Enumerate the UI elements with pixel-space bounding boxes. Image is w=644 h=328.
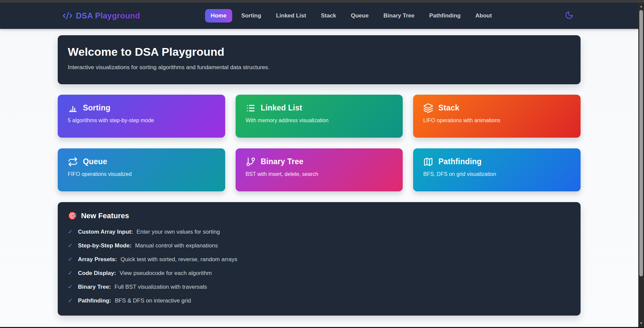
list-item: ✓ Array Presets: Quick test with sorted,… (68, 256, 571, 263)
feature-text: View pseudocode for each algorithm (119, 270, 212, 276)
card-title: Queue (83, 157, 107, 166)
bar-chart-icon (68, 103, 78, 113)
card-queue[interactable]: Queue FIFO operations visualized (58, 148, 225, 191)
feature-label: Binary Tree: (78, 284, 111, 290)
map-icon (423, 157, 433, 167)
brand-logo[interactable]: DSA Playground (62, 11, 140, 21)
list-item: ✓ Custom Array Input: Enter your own val… (68, 228, 571, 235)
new-features-list: ✓ Custom Array Input: Enter your own val… (68, 228, 571, 304)
vertical-scrollbar[interactable]: ▲ ▼ (638, 3, 644, 327)
navbar-inner: DSA Playground Home Sorting Linked List … (58, 3, 581, 29)
card-head: Linked List (246, 103, 393, 113)
list-item: ✓ Step-by-Step Mode: Manual control with… (68, 242, 571, 249)
card-head: Queue (68, 157, 215, 167)
window-top-bar (0, 0, 644, 3)
nav-item-linked-list[interactable]: Linked List (270, 9, 312, 22)
card-title: Binary Tree (261, 157, 304, 166)
feature-text: BFS & DFS on interactive grid (115, 297, 191, 304)
feature-text: Enter your own values for sorting (137, 229, 220, 235)
feature-label: Code Display: (78, 270, 116, 276)
page-title: Welcome to DSA Playground (68, 45, 571, 59)
card-title: Pathfinding (438, 157, 482, 166)
list-item: ✓ Code Display: View pseudocode for each… (68, 270, 571, 277)
main-content: Welcome to DSA Playground Interactive vi… (58, 35, 581, 316)
feature-text: Full BST visualization with traversals (114, 284, 207, 290)
check-icon: ✓ (68, 228, 72, 235)
card-title: Sorting (83, 103, 110, 112)
nav-item-pathfinding[interactable]: Pathfinding (424, 9, 466, 22)
card-title: Linked List (261, 103, 302, 112)
page-subtitle: Interactive visualizations for sorting a… (68, 63, 571, 72)
moon-icon (565, 11, 574, 21)
card-title: Stack (438, 103, 459, 112)
check-icon: ✓ (68, 270, 72, 277)
card-subtitle: LIFO operations with animations (423, 118, 571, 124)
scroll-up-arrow-icon[interactable]: ▲ (638, 4, 644, 9)
layers-icon (423, 103, 433, 113)
list-item: ✓ Pathfinding: BFS & DFS on interactive … (68, 297, 571, 304)
navbar: DSA Playground Home Sorting Linked List … (0, 3, 638, 29)
card-stack[interactable]: Stack LIFO operations with animations (413, 95, 581, 138)
target-emoji-icon: 🎯 (68, 212, 77, 220)
feature-label: Custom Array Input: (78, 229, 133, 235)
check-icon: ✓ (68, 256, 72, 263)
app-screen: DSA Playground Home Sorting Linked List … (0, 0, 644, 328)
card-subtitle: BFS, DFS on grid visualization (423, 171, 571, 177)
card-subtitle: 5 algorithms with step-by-step mode (68, 118, 215, 124)
nav-item-binary-tree[interactable]: Binary Tree (378, 9, 420, 22)
code-icon (62, 11, 72, 21)
check-icon: ✓ (68, 297, 72, 304)
card-binary-tree[interactable]: Binary Tree BST with insert, delete, sea… (236, 148, 403, 191)
card-subtitle: BST with insert, delete, search (246, 171, 393, 177)
card-subtitle: FIFO operations visualized (68, 171, 215, 177)
nav-item-stack[interactable]: Stack (315, 9, 342, 22)
nav-item-about[interactable]: About (470, 9, 498, 22)
scroll-down-arrow-icon[interactable]: ▼ (638, 321, 644, 326)
check-icon: ✓ (68, 283, 72, 290)
welcome-banner: Welcome to DSA Playground Interactive vi… (58, 35, 581, 84)
nav-links: Home Sorting Linked List Stack Queue Bin… (205, 9, 498, 22)
card-head: Binary Tree (246, 157, 393, 167)
git-branch-icon (246, 157, 256, 167)
nav-item-sorting[interactable]: Sorting (236, 9, 267, 22)
feature-text: Manual control with explanations (135, 242, 218, 249)
feature-label: Step-by-Step Mode: (78, 242, 132, 249)
new-features-header: 🎯 New Features (68, 212, 571, 220)
feature-label: Array Presets: (78, 256, 117, 263)
nav-item-home[interactable]: Home (205, 9, 232, 22)
theme-toggle-button[interactable] (562, 9, 576, 22)
feature-text: Quick test with sorted, reverse, random … (120, 256, 237, 263)
repeat-icon (68, 157, 78, 167)
feature-label: Pathfinding: (78, 297, 111, 304)
check-icon: ✓ (68, 242, 72, 249)
card-head: Sorting (68, 103, 215, 113)
brand-title: DSA Playground (76, 11, 140, 20)
new-features-panel: 🎯 New Features ✓ Custom Array Input: Ent… (58, 202, 581, 316)
nav-item-queue[interactable]: Queue (345, 9, 375, 22)
card-sorting[interactable]: Sorting 5 algorithms with step-by-step m… (58, 95, 225, 138)
card-linked-list[interactable]: Linked List With memory address visualiz… (236, 95, 403, 138)
card-head: Stack (423, 103, 571, 113)
card-head: Pathfinding (423, 157, 571, 167)
feature-card-grid: Sorting 5 algorithms with step-by-step m… (58, 95, 581, 191)
new-features-title: New Features (81, 212, 129, 220)
list-icon (246, 103, 256, 113)
card-pathfinding[interactable]: Pathfinding BFS, DFS on grid visualizati… (413, 148, 581, 191)
scrollbar-thumb[interactable] (639, 10, 643, 276)
card-subtitle: With memory address visualization (246, 118, 393, 124)
list-item: ✓ Binary Tree: Full BST visualization wi… (68, 283, 571, 290)
